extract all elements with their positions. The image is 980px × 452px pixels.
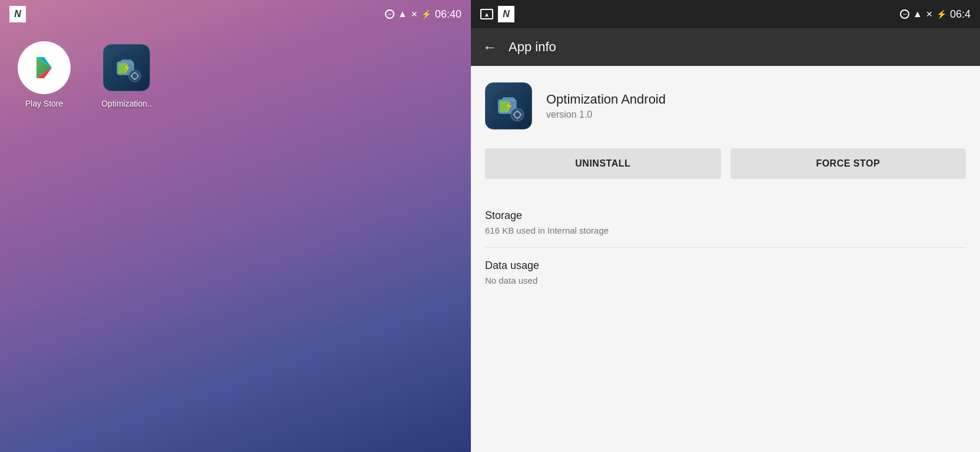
app-info-panel: ▲ N − ▲ ✕ ⚡ 06:4 ← App info xyxy=(471,0,980,452)
photo-icon: ▲ xyxy=(480,9,493,19)
storage-title: Storage xyxy=(485,210,966,222)
app-info-header: ← App info xyxy=(471,28,980,66)
back-button[interactable]: ← xyxy=(483,40,497,54)
do-not-disturb-icon-right: − xyxy=(900,9,909,19)
app-icon-large xyxy=(485,82,532,129)
optimization-icon-wrapper xyxy=(100,41,153,94)
time-display-right: 06:4 xyxy=(950,8,971,21)
app-name: Optimization Android xyxy=(546,92,666,107)
app-info-title: App info xyxy=(509,39,556,55)
status-bar-right: ▲ N − ▲ ✕ ⚡ 06:4 xyxy=(471,0,980,28)
wifi-icon: ▲ xyxy=(398,9,407,19)
optimization-app-icon[interactable]: Optimization.. xyxy=(100,41,153,108)
status-bar-right-system-icons: − ▲ ✕ ⚡ 06:40 xyxy=(385,8,461,21)
status-bar-left: N − ▲ ✕ ⚡ 06:40 xyxy=(0,0,471,28)
signal-icon-right: ✕ xyxy=(926,9,933,19)
status-bar-left-icons: N xyxy=(9,6,26,22)
play-store-svg-icon xyxy=(29,53,59,82)
optimization-label: Optimization.. xyxy=(101,99,152,108)
app-name-section: Optimization Android version 1.0 xyxy=(546,92,666,120)
app-header-section: Optimization Android version 1.0 xyxy=(485,82,966,129)
svg-rect-6 xyxy=(121,60,132,62)
svg-rect-18 xyxy=(500,101,509,112)
status-bar-right-left-icons: ▲ N xyxy=(480,6,514,22)
wifi-icon-right: ▲ xyxy=(913,9,922,19)
nougat-logo: N xyxy=(9,6,26,22)
battery-optimizer-icon xyxy=(103,44,150,91)
play-store-label: Play Store xyxy=(25,99,64,108)
battery-optimizer-svg xyxy=(109,50,144,85)
app-icons-grid: Play Store xyxy=(18,41,153,108)
nougat-logo-right: N xyxy=(498,6,514,22)
status-bar-right-system-icons: − ▲ ✕ ⚡ 06:4 xyxy=(900,8,971,21)
battery-charging-icon: ⚡ xyxy=(421,9,431,19)
play-store-app-icon[interactable]: Play Store xyxy=(18,41,71,108)
data-usage-title: Data usage xyxy=(485,260,966,272)
do-not-disturb-icon: − xyxy=(385,9,394,19)
battery-charging-icon-right: ⚡ xyxy=(936,9,946,19)
time-display-left: 06:40 xyxy=(435,8,461,21)
app-icon-large-svg xyxy=(490,87,527,125)
storage-detail: 616 KB used in Internal storage xyxy=(485,225,966,235)
action-buttons: UNINSTALL FORCE STOP xyxy=(485,148,966,179)
play-store-circle-icon xyxy=(18,41,71,94)
storage-section: Storage 616 KB used in Internal storage xyxy=(485,198,966,248)
signal-icon: ✕ xyxy=(411,9,418,19)
data-usage-detail: No data used xyxy=(485,275,966,285)
app-version: version 1.0 xyxy=(546,109,666,120)
svg-rect-17 xyxy=(503,98,514,100)
play-store-icon-wrapper xyxy=(18,41,71,94)
app-info-content: Optimization Android version 1.0 UNINSTA… xyxy=(471,66,980,452)
home-screen: N − ▲ ✕ ⚡ 06:40 xyxy=(0,0,471,452)
data-usage-section: Data usage No data used xyxy=(485,248,966,297)
uninstall-button[interactable]: UNINSTALL xyxy=(485,148,721,179)
force-stop-button[interactable]: FORCE STOP xyxy=(730,148,966,179)
